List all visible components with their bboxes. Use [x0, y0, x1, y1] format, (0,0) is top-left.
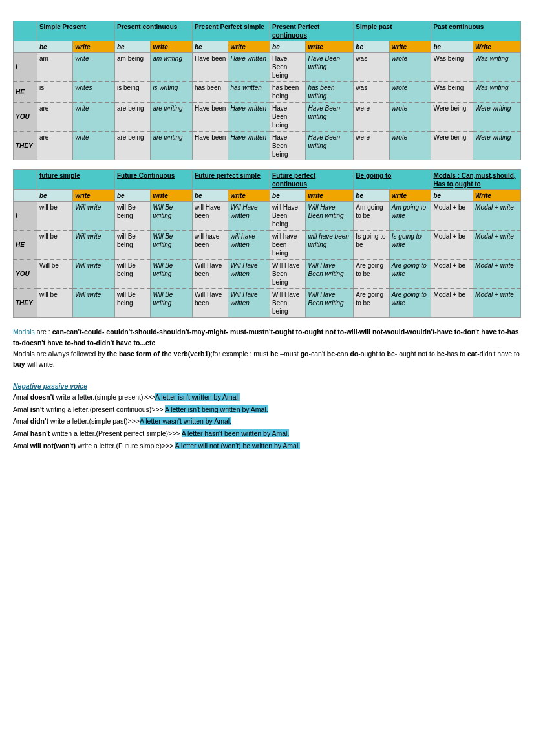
notes-section: Modals are : can-can't-could- couldn't-s… [13, 327, 521, 451]
t1-write-1: write [73, 41, 115, 53]
data-cell: will have written [228, 230, 270, 259]
t2-write-5: write [389, 190, 431, 202]
data-cell: is being [114, 81, 150, 102]
data-cell: Was being [431, 53, 473, 82]
table-row: YOUWill beWill writewill Be beingWill Be… [14, 259, 521, 288]
data-cell: Have Been writing [306, 53, 354, 82]
data-cell: are [37, 131, 72, 160]
data-cell: am [37, 53, 72, 82]
data-cell: Will Be writing [151, 230, 193, 259]
data-cell: Have Been being [270, 131, 306, 160]
neg-passive-line: Amal isn't writing a letter.(present con… [13, 404, 521, 415]
data-cell: Modal + be [431, 259, 473, 288]
data-cell: Have Been writing [306, 102, 354, 131]
data-cell: Will write [73, 230, 115, 259]
t2-corner [14, 170, 37, 190]
t1-h-present-perfect: Present Perfect simple [193, 21, 270, 41]
data-cell: Have Been writing [306, 131, 354, 160]
data-cell: were [354, 102, 389, 131]
data-cell: will have been [193, 230, 228, 259]
data-cell: will have been writing [306, 230, 354, 259]
data-cell: will Have Been being [270, 202, 306, 231]
table1-section: Simple Present Present continuous Presen… [13, 21, 521, 160]
data-cell: was [354, 53, 389, 82]
t1-h-simple-past: Simple past [354, 21, 431, 41]
data-cell: Modal + be [431, 202, 473, 231]
data-cell: am writing [151, 53, 193, 82]
data-cell: are [37, 102, 72, 131]
modals-note-line2: Modals are always followed by the base f… [13, 349, 521, 371]
data-cell: Modal + write [473, 202, 521, 231]
t2-bw-corner [14, 190, 37, 202]
t1-be-5: be [354, 41, 389, 53]
t2-write-4: write [306, 190, 354, 202]
subject-cell: I [14, 53, 37, 82]
data-cell: Have Been being [270, 102, 306, 131]
data-cell: Modal + be [431, 288, 473, 318]
data-cell: Have been [193, 131, 228, 160]
neg-passive-line: Amal will not(won't) write a letter.(Fut… [13, 440, 521, 451]
t1-write-2: write [151, 41, 193, 53]
data-cell: Are going to write [389, 259, 431, 288]
data-cell: Modal + write [473, 230, 521, 259]
table-row: Iwill beWill writewill Be beingWill Be w… [14, 202, 521, 231]
data-cell: Will Have written [228, 202, 270, 231]
data-cell: writes [73, 81, 115, 102]
data-cell: Will Have Been writing [306, 259, 354, 288]
data-cell: is [37, 81, 72, 102]
data-cell: will Have been [193, 202, 228, 231]
t2-write-6: Write [473, 190, 521, 202]
neg-passive-line: Amal didn't write a letter.(simple past)… [13, 416, 521, 427]
t2-be-6: be [431, 190, 473, 202]
table2-header-row: future simple Future Continuous Future p… [14, 170, 521, 190]
data-cell: wrote [389, 131, 431, 160]
t1-bw-corner [14, 41, 37, 53]
neg-lines: Amal doesn't write a letter.(simple pres… [13, 392, 521, 451]
data-cell: Were writing [473, 102, 521, 131]
data-cell: Will be [37, 259, 72, 288]
neg-passive-title: Negative passive voice [13, 381, 521, 392]
data-cell: Will Have been [193, 259, 228, 288]
data-cell: will be [37, 230, 72, 259]
data-cell: will Be being [114, 259, 150, 288]
data-cell: Modal + write [473, 288, 521, 318]
data-cell: Will write [73, 202, 115, 231]
data-cell: are being [114, 131, 150, 160]
data-cell: Modal + write [473, 259, 521, 288]
data-cell: Are going to be [354, 288, 389, 318]
table1-be-write-row: be write be write be write be write be w… [14, 41, 521, 53]
data-cell: Will Have written [228, 288, 270, 318]
table-row: YOUarewriteare beingare writingHave been… [14, 102, 521, 131]
modals-label: Modals [13, 328, 35, 336]
data-cell: Will Have written [228, 259, 270, 288]
t2-h-future-perfect-cont: Future perfect continuous [270, 170, 354, 190]
data-cell: write [73, 102, 115, 131]
t1-write-3: write [228, 41, 270, 53]
data-cell: write [73, 131, 115, 160]
data-cell: will Be being [114, 288, 150, 318]
data-cell: Was writing [473, 81, 521, 102]
t2-h-be-going-to: Be going to [354, 170, 431, 190]
data-cell: Am going to be [354, 202, 389, 231]
subject-cell: HE [14, 230, 37, 259]
subject-cell: HE [14, 81, 37, 102]
t1-h-present-perfect-cont: Present Perfect continuous [270, 21, 354, 41]
data-cell: were [354, 131, 389, 160]
t1-be-1: be [37, 41, 72, 53]
table1-header-row: Simple Present Present continuous Presen… [14, 21, 521, 41]
data-cell: am being [114, 53, 150, 82]
neg-passive-line: Amal hasn't written a letter.(Present pe… [13, 428, 521, 439]
data-cell: was [354, 81, 389, 102]
t2-write-1: write [73, 190, 115, 202]
table1: Simple Present Present continuous Presen… [13, 21, 521, 160]
data-cell: Were writing [473, 131, 521, 160]
data-cell: are being [114, 102, 150, 131]
data-cell: has been being [270, 81, 306, 102]
data-cell: Will Have Been being [270, 288, 306, 318]
subject-cell: THEY [14, 131, 37, 160]
t2-write-3: write [228, 190, 270, 202]
t2-be-5: be [354, 190, 389, 202]
t1-h-present-cont: Present continuous [114, 21, 192, 41]
table-row: THEYwill beWill writewill Be beingWill B… [14, 288, 521, 318]
data-cell: has been [193, 81, 228, 102]
